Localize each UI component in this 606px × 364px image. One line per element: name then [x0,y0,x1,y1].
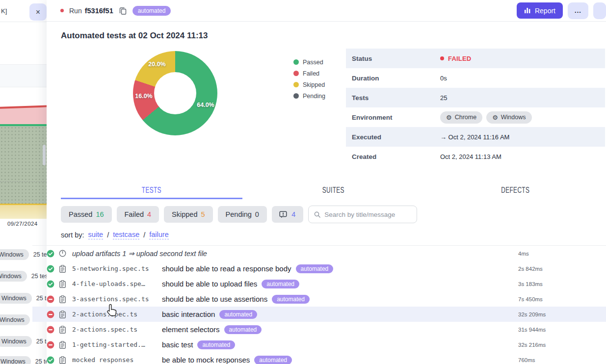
passed-icon [47,280,54,288]
test-spec-name[interactable]: 4-file-uploads.spe… [72,280,162,287]
test-title[interactable]: basic interaction automated [162,310,257,319]
test-duration: 32s 209ms [518,312,546,317]
sort-separator: / [143,231,145,239]
close-panel-button[interactable]: × [29,3,47,21]
clipboard-icon [59,311,66,318]
automated-badge: automated [262,280,299,288]
page-title: Automated tests at 02 Oct 2024 11:13 [61,31,606,41]
sort-by-testcase-link[interactable]: testcase [113,231,139,239]
test-title[interactable]: should be able to use assertions automat… [162,295,310,304]
comments-filter-button[interactable]: 4 [272,206,303,223]
clipboard-icon [59,341,66,349]
clipboard-icon [59,326,66,334]
tab-defects[interactable]: DEFECTS [424,182,606,199]
expand-button[interactable] [593,2,606,19]
failed-icon [47,341,54,349]
failed-dot [440,56,444,60]
test-title[interactable]: basic test automated [162,340,235,349]
legend-item: Passed [293,56,325,68]
sort-by-suite-link[interactable]: suite [88,231,104,239]
sort-by-failure-link[interactable]: failure [149,231,169,239]
test-title[interactable]: should be able to read a response body a… [162,264,333,273]
failed-icon [47,326,54,334]
test-row[interactable]: mocked responses be able to mock respons… [32,352,606,364]
run-header-bar: Run f5316f51 automated Report ... [47,0,606,22]
test-spec-name[interactable]: 3-assertions.spec.ts [72,295,162,303]
test-row[interactable]: upload artifacts 1 ⇒ upload second text … [32,246,606,261]
report-button[interactable]: Report [517,2,563,19]
more-actions-button[interactable]: ... [568,2,588,19]
legend-item: Pending [293,90,325,102]
filter-count: 0 [255,210,259,218]
environment-badge[interactable]: ⚙Chrome [440,111,482,124]
test-title[interactable]: element selectors automated [162,325,262,334]
test-title[interactable]: should be able to upload files automated [162,280,299,288]
run-label: Run [69,7,82,15]
tab-tests[interactable]: TESTS [61,182,242,199]
failed-icon [47,311,54,318]
test-title[interactable]: be able to mock responses automated [162,356,292,364]
environment-pill: Windows [0,356,31,364]
failed-icon [47,295,54,303]
detail-row: Environment ⚙Chrome⚙Windows [346,107,605,127]
filter-skipped-button[interactable]: Skipped 5 [164,206,212,223]
automated-badge: automated [272,295,310,304]
clipboard-icon [59,265,66,273]
environment-pill: Windows [0,314,30,325]
passed-icon [47,250,54,258]
search-input[interactable] [324,211,411,218]
clipboard-icon [59,341,67,349]
filter-bar: Passed 16 Failed 4 Skipped 5 Pending 0 4 [61,206,606,223]
environment-pill: Windows [0,293,32,304]
detail-value: 25 [440,94,447,102]
detail-value: → Oct 2, 2024 11:16 AM [440,133,509,141]
filter-count: 16 [96,210,104,218]
skipped-area [0,205,47,219]
detail-row: Duration 0s [346,68,605,88]
failed-icon [47,326,54,334]
test-row[interactable]: 2-actions.spec.ts basic interaction auto… [32,307,606,322]
passed-icon [47,250,54,258]
copy-run-id-button[interactable] [119,7,127,15]
scrollbar-thumb[interactable] [43,145,46,165]
clipboard-icon [59,356,66,364]
test-row[interactable]: 4-file-uploads.spe… should be able to up… [32,276,606,291]
gear-icon: ⚙ [446,114,452,121]
clipboard-icon [59,280,67,288]
filter-failed-button[interactable]: Failed 4 [117,206,159,223]
search-box[interactable] [308,206,417,223]
test-results-list: upload artifacts 1 ⇒ upload second text … [32,245,606,364]
test-spec-name[interactable]: 2-actions.spec.ts [72,326,162,333]
passed-icon [47,280,54,288]
filter-label: Passed [69,210,92,218]
test-row[interactable]: 5-networking.spec.ts should be able to r… [32,261,606,276]
sort-row: sort by: suite/testcase/failure [61,231,606,239]
test-spec-name[interactable]: 2-actions.spec.ts [72,311,162,318]
clipboard-icon [59,356,67,364]
environment-pill: Windows [0,336,32,347]
shortcut-hint: K] [1,7,7,15]
report-button-label: Report [535,7,555,15]
detail-value: 0s [440,75,447,82]
tab-suites[interactable]: SUITES [242,182,424,199]
filter-label: Skipped [172,210,197,218]
test-row[interactable]: 1-getting-started.… basic test automated… [32,337,606,352]
clipboard-icon [59,280,66,288]
detail-label: Status [346,55,440,62]
test-row[interactable]: 3-assertions.spec.ts should be able to u… [32,291,606,307]
test-spec-name[interactable]: 1-getting-started.… [72,341,162,348]
clipboard-icon [59,326,67,334]
test-spec-name[interactable]: 5-networking.spec.ts [72,265,162,272]
filter-pending-button[interactable]: Pending 0 [218,206,267,223]
sort-label: sort by: [61,231,84,239]
clipboard-icon [59,295,67,303]
legend-label: Pending [303,93,325,100]
test-spec-name[interactable]: mocked responses [72,356,162,364]
test-row[interactable]: 2-actions.spec.ts element selectors auto… [32,322,606,337]
legend-dot [293,71,299,76]
filter-passed-button[interactable]: Passed 16 [61,206,112,223]
environment-badge[interactable]: ⚙Windows [486,111,531,124]
test-title[interactable]: upload artifacts 1 ⇒ upload second text … [72,250,207,258]
detail-label: Environment [346,114,440,121]
clipboard-icon [59,295,66,303]
